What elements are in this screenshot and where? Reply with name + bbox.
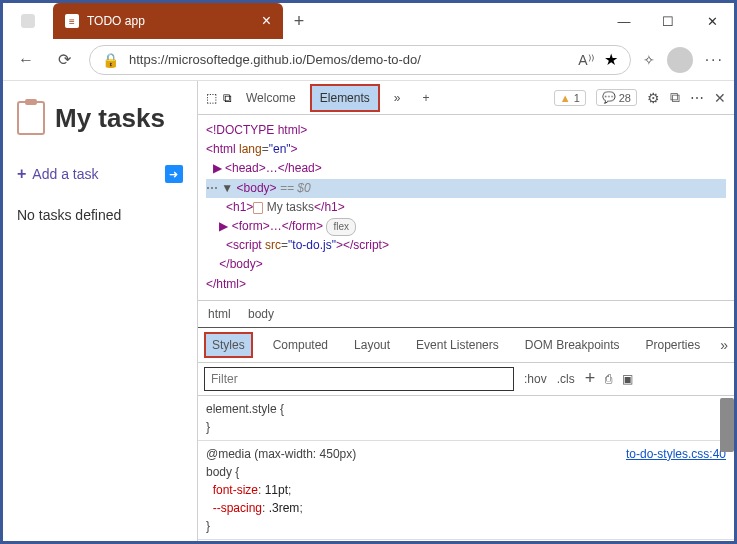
heading-text: My tasks	[55, 103, 165, 134]
dom-doctype[interactable]: <!DOCTYPE html>	[206, 121, 726, 140]
messages-badge[interactable]: 💬 28	[596, 89, 637, 106]
back-button[interactable]: ←	[13, 51, 39, 69]
warning-icon: ▲	[560, 92, 571, 104]
tab-strip-spacer	[3, 3, 53, 39]
warnings-badge[interactable]: ▲ 1	[554, 90, 586, 106]
crumb-body[interactable]: body	[248, 307, 274, 321]
dom-body-selected[interactable]: ⋯ ▼ <body> == $0	[206, 179, 726, 198]
dom-breadcrumb[interactable]: html body	[198, 300, 734, 328]
tab-add[interactable]: +	[415, 86, 438, 110]
empty-state-text: No tasks defined	[17, 207, 183, 223]
refresh-button[interactable]: ⟳	[51, 50, 77, 69]
maximize-button[interactable]: ☐	[646, 3, 690, 39]
flex-badge[interactable]: flex	[326, 218, 356, 236]
inspect-icon[interactable]: ⬚	[206, 91, 217, 105]
dock-icon[interactable]: ⧉	[670, 89, 680, 106]
minimize-button[interactable]: —	[602, 3, 646, 39]
styles-filter-input[interactable]	[204, 367, 514, 391]
more-menu-icon[interactable]: ···	[705, 51, 724, 69]
page-heading: My tasks	[17, 101, 183, 135]
window-titlebar: ≡ TODO app × + — ☐ ✕	[3, 3, 734, 39]
rule-body[interactable]: to-do-styles.css:1 body { margin: ▶ calc…	[198, 540, 734, 541]
close-window-button[interactable]: ✕	[690, 3, 734, 39]
dom-script[interactable]: <script src="to-do.js"></script>	[206, 236, 726, 255]
window-controls: — ☐ ✕	[602, 3, 734, 39]
dom-html[interactable]: <html lang="en">	[206, 140, 726, 159]
url-text: https://microsoftedge.github.io/Demos/de…	[129, 52, 568, 67]
plus-icon: +	[17, 165, 26, 183]
tab-computed[interactable]: Computed	[267, 334, 334, 356]
scrollbar-thumb[interactable]	[720, 398, 734, 452]
tab-more[interactable]: »	[386, 86, 409, 110]
tab-properties[interactable]: Properties	[640, 334, 707, 356]
url-input[interactable]: 🔒 https://microsoftedge.github.io/Demos/…	[89, 45, 631, 75]
read-aloud-icon[interactable]: A⁾⁾	[578, 52, 593, 68]
dom-form[interactable]: ▶ <form>…</form> flex	[206, 217, 726, 236]
cls-toggle[interactable]: .cls	[557, 372, 575, 386]
dom-tree[interactable]: <!DOCTYPE html> <html lang="en"> ▶ <head…	[198, 115, 734, 300]
clipboard-icon	[17, 101, 45, 135]
tab-layout[interactable]: Layout	[348, 334, 396, 356]
lock-icon: 🔒	[102, 52, 119, 68]
tab-event-listeners[interactable]: Event Listeners	[410, 334, 505, 356]
dom-html-close[interactable]: </html>	[206, 275, 726, 294]
toggle-pane-icon[interactable]: ▣	[622, 372, 633, 386]
tab-close-icon[interactable]: ×	[262, 12, 271, 30]
crumb-html[interactable]: html	[208, 307, 231, 321]
page-viewport: My tasks + Add a task ➜ No tasks defined	[3, 81, 197, 541]
add-task-row[interactable]: + Add a task ➜	[17, 165, 183, 183]
clipboard-mini-icon	[253, 202, 263, 214]
browser-tab[interactable]: ≡ TODO app ×	[53, 3, 283, 39]
tab-welcome[interactable]: Welcome	[238, 86, 304, 110]
devtools-tabbar: ⬚ ⧉ Welcome Elements » + ▲ 1 💬 28 ⚙ ⧉ ⋯ …	[198, 81, 734, 115]
message-icon: 💬	[602, 91, 616, 104]
message-count: 28	[619, 92, 631, 104]
rule-element-style[interactable]: element.style { }	[198, 396, 734, 441]
profile-avatar[interactable]	[667, 47, 693, 73]
tab-elements[interactable]: Elements	[310, 84, 380, 112]
devtools-menu-icon[interactable]: ⋯	[690, 90, 704, 106]
address-bar: ← ⟳ 🔒 https://microsoftedge.github.io/De…	[3, 39, 734, 81]
tab-title: TODO app	[87, 14, 145, 28]
device-icon[interactable]: ⧉	[223, 91, 232, 105]
tab-favicon: ≡	[65, 14, 79, 28]
add-task-label: Add a task	[32, 166, 98, 182]
favorite-icon[interactable]: ★	[604, 50, 618, 69]
tab-dom-breakpoints[interactable]: DOM Breakpoints	[519, 334, 626, 356]
collections-icon[interactable]: ✧	[643, 52, 655, 68]
warning-count: 1	[574, 92, 580, 104]
dom-h1[interactable]: <h1> My tasks</h1>	[206, 198, 726, 217]
rule-media-body[interactable]: to-do-styles.css:40 @media (max-width: 4…	[198, 441, 734, 540]
submit-arrow-icon[interactable]: ➜	[165, 165, 183, 183]
new-rule-button[interactable]: +	[585, 368, 596, 389]
styles-more-icon[interactable]: »	[720, 337, 728, 353]
print-icon[interactable]: ⎙	[605, 372, 612, 386]
new-tab-button[interactable]: +	[283, 3, 315, 39]
content-area: My tasks + Add a task ➜ No tasks defined…	[3, 81, 734, 541]
tab-styles[interactable]: Styles	[204, 332, 253, 358]
styles-rules[interactable]: element.style { } to-do-styles.css:40 @m…	[198, 396, 734, 541]
hov-toggle[interactable]: :hov	[524, 372, 547, 386]
styles-filter-row: :hov .cls + ⎙ ▣	[198, 363, 734, 396]
styles-tabbar: Styles Computed Layout Event Listeners D…	[198, 328, 734, 363]
source-link[interactable]: to-do-styles.css:40	[626, 445, 726, 463]
settings-icon[interactable]: ⚙	[647, 90, 660, 106]
dom-body-close[interactable]: </body>	[206, 255, 726, 274]
dom-head[interactable]: ▶ <head>…</head>	[206, 159, 726, 178]
edge-menu-icon[interactable]	[21, 14, 35, 28]
devtools-close-icon[interactable]: ✕	[714, 90, 726, 106]
devtools-panel: ⬚ ⧉ Welcome Elements » + ▲ 1 💬 28 ⚙ ⧉ ⋯ …	[197, 81, 734, 541]
